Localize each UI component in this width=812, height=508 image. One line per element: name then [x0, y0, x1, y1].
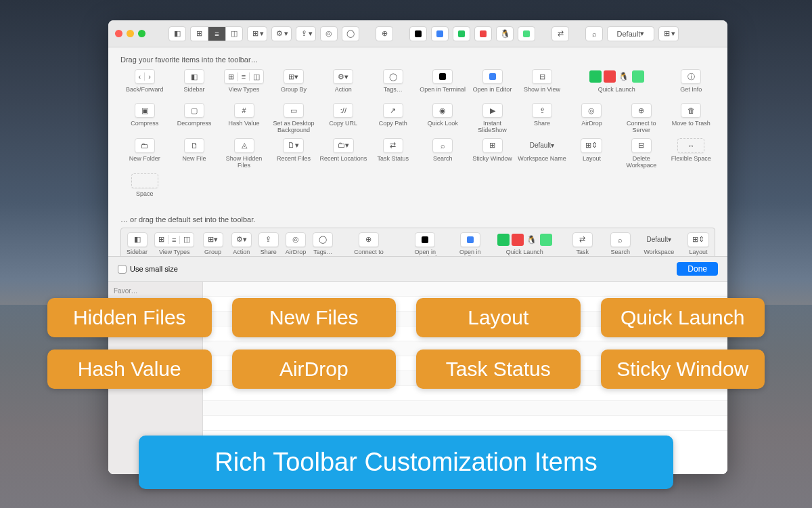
gear-icon: ⚙: [275, 29, 284, 39]
item-workspace-name[interactable]: Default ▾Workspace Name: [518, 138, 566, 169]
item-share[interactable]: ⇪Share: [518, 103, 566, 134]
item-move-trash[interactable]: 🗑Move to Trash: [667, 103, 715, 134]
item-desktop-bg[interactable]: ▭Set as Desktop Background: [269, 103, 317, 134]
groupby-button[interactable]: ⊞▾: [247, 26, 267, 41]
quick-launch-2[interactable]: [474, 26, 492, 41]
minimize-icon[interactable]: [127, 30, 134, 37]
item-recent-locations[interactable]: 🗀▾Recent Locations: [319, 138, 367, 169]
window-controls: [115, 30, 145, 37]
sidebar-toggle-button[interactable]: ◧: [168, 26, 186, 41]
item-recent-files[interactable]: 🗋▾Recent Files: [269, 138, 317, 169]
annotation-callouts: Hidden Files New Files Layout Quick Laun…: [47, 298, 765, 389]
layout-icon: ⊞: [662, 29, 671, 39]
item-search[interactable]: ⌕Search: [418, 138, 466, 169]
icon-view-icon: ⊞: [195, 29, 204, 39]
app-icon: [523, 30, 530, 37]
finder-window: ◧ ⊞ ≡ ◫ ⊞▾ ⚙▾ ⇪▾ ◎ ◯ ⊕ 🐧 ⇄ ⌕ Default ▾ ⊞…: [108, 20, 727, 474]
item-new-folder[interactable]: 🗀New Folder: [120, 138, 168, 169]
item-slideshow[interactable]: ▶Instant SlideShow: [468, 103, 516, 134]
item-decompress[interactable]: ▢Decompress: [170, 103, 218, 134]
callout: Hash Value: [47, 350, 212, 389]
open-editor-button[interactable]: [431, 26, 449, 41]
item-space[interactable]: Space: [120, 173, 168, 203]
list-row: [203, 416, 727, 431]
item-task-status[interactable]: ⇄Task Status: [369, 138, 417, 169]
item-show-in-view[interactable]: ⊟Show in View: [518, 69, 566, 99]
vscode-icon: [436, 30, 443, 37]
default-toolbar-set[interactable]: ◧Sidebar ⊞≡◫View Types ⊞▾Group By ⚙▾Acti…: [120, 228, 715, 256]
tags-button[interactable]: ◯: [342, 26, 359, 41]
sidebar-heading: Favor…: [114, 287, 197, 295]
zoom-icon[interactable]: [138, 30, 145, 37]
search-button[interactable]: ⌕: [585, 26, 603, 41]
quick-launch-3[interactable]: 🐧: [496, 26, 514, 41]
palette-row-3: 🗀New Folder 🗋New File ◬Show Hidden Files…: [120, 138, 715, 169]
item-sticky-window[interactable]: ⊞Sticky Window: [468, 138, 516, 169]
item-airdrop[interactable]: ◎AirDrop: [568, 103, 616, 134]
list-row: [203, 282, 727, 297]
use-small-size-label: Use small size: [130, 265, 178, 273]
item-new-file[interactable]: 🗋New File: [170, 138, 218, 169]
column-view-icon: ◫: [229, 29, 239, 39]
titlebar: ◧ ⊞ ≡ ◫ ⊞▾ ⚙▾ ⇪▾ ◎ ◯ ⊕ 🐧 ⇄ ⌕ Default ▾ ⊞…: [108, 20, 727, 47]
item-hidden-files[interactable]: ◬Show Hidden Files: [220, 138, 268, 169]
item-hash-value[interactable]: #Hash Value: [220, 103, 268, 134]
customize-toolbar-sheet: Drag your favorite items into the toolba…: [108, 47, 727, 256]
palette-row-4: Space: [120, 173, 715, 203]
task-status-button[interactable]: ⇄: [551, 26, 569, 41]
quick-launch-1[interactable]: [453, 26, 470, 41]
search-icon: ⌕: [589, 29, 599, 39]
palette-row-1: ‹›Back/Forward ◧Sidebar ⊞≡◫View Types ⊞▾…: [120, 69, 715, 99]
close-icon[interactable]: [115, 30, 122, 37]
item-back-forward[interactable]: ‹›Back/Forward: [120, 69, 168, 99]
sheet-footer: Use small size Done: [108, 256, 727, 281]
item-sidebar[interactable]: ◧Sidebar: [170, 69, 218, 99]
callout: Hidden Files: [47, 298, 212, 337]
grid-icon: ⊞: [250, 29, 260, 39]
item-quick-look[interactable]: ◉Quick Look: [418, 103, 466, 134]
item-open-terminal[interactable]: Open in Terminal: [418, 69, 466, 99]
view-types-segment[interactable]: ⊞ ≡ ◫: [190, 26, 243, 41]
callout: Sticky Window: [601, 350, 765, 389]
item-view-types[interactable]: ⊞≡◫View Types: [220, 69, 268, 99]
item-flexible-space[interactable]: ↔Flexible Space: [667, 138, 715, 169]
tag-icon: ◯: [346, 29, 355, 39]
item-open-editor[interactable]: Open in Editor: [468, 69, 516, 99]
annotation-banner: Rich Toolbar Customization Items: [139, 436, 673, 489]
airdrop-icon: ◎: [324, 29, 334, 39]
penguin-icon: 🐧: [500, 29, 510, 39]
use-small-size-checkbox[interactable]: [118, 265, 127, 274]
palette-row-2: ▣Compress ▢Decompress #Hash Value ▭Set a…: [120, 103, 715, 134]
callout: Quick Launch: [601, 298, 765, 337]
item-group-by[interactable]: ⊞▾Group By: [269, 69, 317, 99]
share-button[interactable]: ⇪▾: [296, 26, 316, 41]
airdrop-button[interactable]: ◎: [320, 26, 338, 41]
item-copy-path[interactable]: ↗Copy Path: [369, 103, 417, 134]
share-icon: ⇪: [299, 29, 309, 39]
item-copy-url[interactable]: ://Copy URL: [319, 103, 367, 134]
workspace-name-button[interactable]: Default ▾: [607, 26, 654, 41]
list-view-icon: ≡: [212, 29, 222, 39]
list-row: [203, 401, 727, 416]
item-tags[interactable]: ◯Tags…: [369, 69, 417, 99]
app-icon: [458, 30, 465, 37]
item-action[interactable]: ⚙▾Action: [319, 69, 367, 99]
item-get-info[interactable]: ⓘGet Info: [667, 69, 715, 99]
connect-server-button[interactable]: ⊕: [376, 26, 393, 41]
layout-button[interactable]: ⊞▾: [658, 26, 679, 41]
action-button[interactable]: ⚙▾: [271, 26, 292, 41]
open-terminal-button[interactable]: [409, 26, 427, 41]
callout: AirDrop: [232, 350, 397, 389]
quick-launch-4[interactable]: [518, 26, 535, 41]
item-delete-workspace[interactable]: ⊟Delete Workspace: [617, 138, 665, 169]
task-icon: ⇄: [556, 29, 565, 39]
done-button[interactable]: Done: [677, 262, 718, 276]
instruction-bottom: … or drag the default set into the toolb…: [120, 215, 715, 224]
item-layout[interactable]: ⊞⇕Layout: [568, 138, 616, 169]
item-quick-launch[interactable]: 🐧 Quick Launch: [568, 69, 666, 99]
item-compress[interactable]: ▣Compress: [120, 103, 168, 134]
callout: Task Status: [416, 350, 581, 389]
sidebar-icon: ◧: [173, 29, 182, 39]
callout: New Files: [232, 298, 397, 337]
item-connect-server[interactable]: ⊕Connect to Server: [617, 103, 665, 134]
